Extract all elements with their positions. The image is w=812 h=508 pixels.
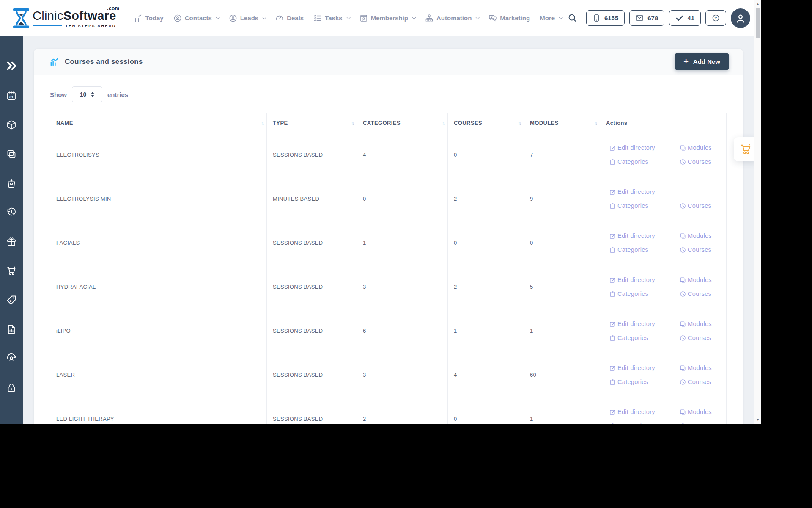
courses-link[interactable]: Courses (680, 290, 726, 297)
sidebar-item-calendar[interactable] (6, 91, 16, 101)
brand-tagline: TEN STEPS AHEAD (65, 24, 116, 28)
courses-link[interactable]: Courses (680, 422, 726, 424)
scroll-down-icon[interactable]: ▼ (756, 417, 760, 422)
nav-marketing[interactable]: Marketing (488, 14, 530, 22)
sidebar-expand-button[interactable] (6, 60, 17, 72)
scrollbar-thumb[interactable] (756, 8, 760, 38)
nav-more[interactable]: More (540, 14, 562, 22)
courses-link[interactable]: Courses (680, 246, 726, 253)
sidebar-item-orders[interactable] (6, 178, 16, 188)
courses-table: NAME↑↓ TYPE↑↓ CATEGORIES↑↓ COURSES↑↓ MOD… (50, 113, 727, 424)
courses-count: 4 (448, 353, 524, 397)
categories-link[interactable]: Categories (609, 334, 680, 341)
nav-automation[interactable]: Automation (425, 14, 479, 22)
edit-directory-link[interactable]: Edit directory (609, 364, 680, 371)
edit-directory-link[interactable]: Edit directory (609, 144, 680, 151)
categories-link[interactable]: Categories (609, 290, 680, 297)
modules-link[interactable]: Modules (680, 320, 726, 327)
courses-count: 1 (448, 309, 524, 353)
chevron-down-icon (476, 15, 480, 19)
modules-icon (680, 321, 686, 327)
brand-logo[interactable]: ClinicSoftware .com TEN STEPS AHEAD (13, 8, 116, 28)
courses-link[interactable]: Courses (680, 378, 726, 385)
col-header-actions: Actions (600, 113, 727, 133)
sort-icon[interactable]: ↑↓ (518, 121, 520, 126)
entries-select[interactable]: 10 (72, 86, 102, 102)
page-title: Courses and sessions (65, 58, 143, 66)
brand-text: ClinicSoftware .com TEN STEPS AHEAD (33, 8, 116, 28)
col-header-name[interactable]: NAME↑↓ (50, 113, 267, 133)
tasks-done-badge[interactable]: 41 (669, 10, 701, 26)
edit-icon (609, 277, 616, 283)
nav-deals[interactable]: Deals (275, 14, 304, 22)
scroll-up-icon[interactable]: ▲ (756, 1, 760, 6)
brand-tld: .com (107, 6, 119, 11)
nav-today[interactable]: Today (134, 14, 164, 22)
sort-icon[interactable]: ↑↓ (261, 121, 263, 126)
edit-directory-link[interactable]: Edit directory (609, 232, 680, 239)
categories-link[interactable]: Categories (609, 422, 680, 424)
scrollbar[interactable]: ▲ ▼ (754, 0, 761, 424)
sidebar-item-products[interactable] (6, 120, 16, 130)
nav-membership-label: Membership (371, 14, 408, 22)
col-header-categories[interactable]: CATEGORIES↑↓ (357, 113, 448, 133)
col-header-courses[interactable]: COURSES↑↓ (448, 113, 524, 133)
course-name: LASER (50, 353, 267, 397)
gift-icon (6, 237, 16, 247)
table-row: FACIALS SESSIONS BASED 1 0 0 Edit direct… (50, 221, 727, 265)
nav-membership[interactable]: Membership (359, 14, 415, 22)
avatar[interactable] (731, 8, 750, 28)
search-button[interactable] (568, 13, 577, 23)
sidebar-item-cart[interactable] (6, 266, 16, 276)
table-row: LASER SESSIONS BASED 3 4 60 Edit directo… (50, 353, 727, 397)
courses-icon (680, 335, 686, 341)
messages-badge[interactable]: 678 (629, 10, 664, 26)
categories-link[interactable]: Categories (609, 378, 680, 385)
courses-link[interactable]: Courses (680, 334, 726, 341)
modules-link[interactable]: Modules (680, 409, 726, 415)
sidebar-item-gifts[interactable] (6, 237, 16, 247)
sort-icon[interactable]: ↑↓ (594, 121, 596, 126)
sidebar-item-history[interactable] (6, 207, 16, 218)
edit-directory-link[interactable]: Edit directory (609, 276, 680, 283)
edit-directory-link[interactable]: Edit directory (609, 188, 726, 195)
nav-leads[interactable]: Leads (229, 14, 266, 22)
categories-link[interactable]: Categories (609, 246, 680, 253)
main-navigation: Today Contacts Leads Deals Tasks Members… (134, 14, 562, 22)
sidebar-item-security[interactable] (6, 383, 16, 393)
categories-link[interactable]: Categories (609, 202, 680, 209)
courses-link[interactable]: Courses (680, 158, 726, 165)
modules-link[interactable]: Modules (680, 276, 726, 283)
sidebar-item-duplicates[interactable] (6, 149, 16, 159)
categories-icon (609, 335, 616, 341)
categories-link[interactable]: Categories (609, 158, 680, 165)
edit-directory-link[interactable]: Edit directory (609, 409, 680, 415)
actions-cell: Edit directory Modules Categories Course… (600, 133, 727, 177)
add-new-button[interactable]: + Add New (675, 53, 729, 70)
nav-leads-label: Leads (240, 14, 258, 22)
price-tag-icon (6, 295, 16, 305)
sidebar-item-reports[interactable] (6, 324, 16, 334)
sidebar-item-pricing[interactable] (6, 295, 16, 305)
phone-calls-badge[interactable]: 6155 (586, 10, 625, 26)
modules-link[interactable]: Modules (680, 232, 726, 239)
edit-directory-link[interactable]: Edit directory (609, 320, 680, 327)
sort-icon[interactable]: ↑↓ (351, 121, 353, 126)
actions-cell: Edit directory Modules Categories Course… (600, 265, 727, 309)
nav-marketing-label: Marketing (500, 14, 530, 22)
courses-link[interactable]: Courses (680, 202, 726, 209)
nav-deals-label: Deals (287, 14, 304, 22)
help-button[interactable] (705, 10, 726, 26)
col-header-modules[interactable]: MODULES↑↓ (524, 113, 600, 133)
sort-icon[interactable]: ↑↓ (442, 121, 444, 126)
checklist-icon (313, 14, 322, 22)
courses-count: 0 (448, 221, 524, 265)
modules-link[interactable]: Modules (680, 364, 726, 371)
nav-contacts[interactable]: Contacts (173, 14, 219, 22)
nav-tasks[interactable]: Tasks (313, 14, 349, 22)
cube-icon (6, 120, 16, 130)
modules-link[interactable]: Modules (680, 144, 726, 151)
col-header-type[interactable]: TYPE↑↓ (267, 113, 357, 133)
course-name: LED LIGHT THERAPY (50, 397, 267, 425)
sidebar-item-user-sync[interactable] (6, 353, 16, 364)
